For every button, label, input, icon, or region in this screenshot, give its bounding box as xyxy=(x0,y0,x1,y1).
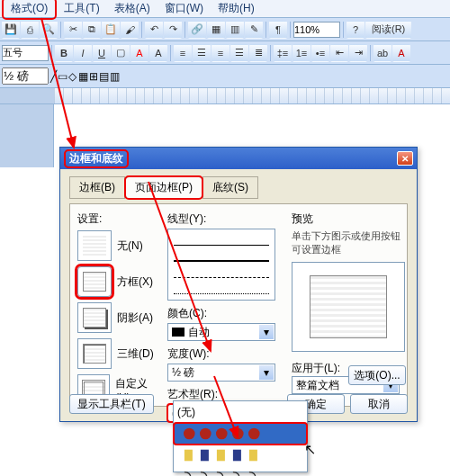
width-dropdown[interactable]: ½ 磅 ▾ xyxy=(167,364,275,382)
close-icon[interactable]: ✕ xyxy=(397,151,413,166)
align-right-icon[interactable]: ≡ xyxy=(212,44,230,62)
setting-box-label: 方框(X) xyxy=(117,274,153,290)
grid-icon[interactable]: ⊞ xyxy=(89,70,98,83)
border-icon[interactable]: ▢ xyxy=(112,44,130,62)
tab-page-border[interactable]: 页面边框(P) xyxy=(125,176,202,199)
rect-icon[interactable]: ▭ xyxy=(58,70,68,83)
cut-icon[interactable]: ✂ xyxy=(64,21,82,39)
doc-map-icon[interactable]: ¶ xyxy=(269,21,287,39)
show-toolbar-button[interactable]: 显示工具栏(T) xyxy=(69,394,154,414)
underline-icon[interactable]: U xyxy=(93,44,111,62)
tab-strip: 边框(B) 页面边框(P) 底纹(S) xyxy=(69,176,408,199)
chevron-down-icon: ▾ xyxy=(259,325,274,339)
svg-rect-8 xyxy=(233,450,241,462)
shapes-icon[interactable]: ◇ xyxy=(68,70,76,83)
font-color2-icon[interactable]: A xyxy=(392,44,410,62)
layout-icon[interactable]: ▥ xyxy=(110,70,120,83)
menu-tools[interactable]: 工具(T) xyxy=(57,0,106,18)
table-icon[interactable]: ▦ xyxy=(207,21,225,39)
borders-shading-dialog: 边框和底纹 ✕ 边框(B) 页面边框(P) 底纹(S) 设置: 无(N) 方框(… xyxy=(59,147,418,422)
settings-label: 设置: xyxy=(77,211,160,227)
svg-point-1 xyxy=(200,428,212,440)
copy-icon[interactable]: ⧉ xyxy=(83,21,101,39)
preview-icon[interactable]: 🔍 xyxy=(40,21,58,39)
art-option-figures[interactable] xyxy=(174,445,307,466)
save-icon[interactable]: 💾 xyxy=(2,21,20,39)
width-value: ½ 磅 xyxy=(172,365,194,381)
fill-icon[interactable]: ▦ xyxy=(78,70,88,83)
char-shading-icon[interactable]: A xyxy=(149,44,167,62)
art-dropdown-list[interactable]: (无) xyxy=(173,400,308,472)
hyperlink-icon[interactable]: 🔗 xyxy=(188,21,206,39)
numbering-icon[interactable]: 1≡ xyxy=(292,44,310,62)
svg-point-3 xyxy=(232,428,244,440)
line-icon[interactable]: ╱ xyxy=(50,70,57,83)
menu-window[interactable]: 窗口(W) xyxy=(158,0,211,18)
print-icon[interactable]: ⎙ xyxy=(21,21,39,39)
tab-borders[interactable]: 边框(B) xyxy=(69,176,125,199)
menu-bar: 格式(O) 工具(T) 表格(A) 窗口(W) 帮助(H) xyxy=(0,0,450,18)
svg-rect-7 xyxy=(217,450,225,462)
options-button[interactable]: 选项(O)... xyxy=(348,365,406,385)
decrease-indent-icon[interactable]: ⇤ xyxy=(330,44,348,62)
help-icon[interactable]: ? xyxy=(346,21,364,39)
art-option-hooks[interactable] xyxy=(174,466,307,476)
line-spacing-icon[interactable]: ‡≡ xyxy=(274,44,292,62)
bold-icon[interactable]: B xyxy=(55,44,73,62)
align-left-icon[interactable]: ≡ xyxy=(174,44,192,62)
svg-rect-9 xyxy=(249,450,257,462)
setting-none-label: 无(N) xyxy=(117,238,143,254)
color-value: 自动 xyxy=(188,325,210,340)
line-style-label: 线型(Y): xyxy=(167,211,283,227)
line-column: 线型(Y): 颜色(C): 自动 ▾ xyxy=(167,211,283,427)
menu-table[interactable]: 表格(A) xyxy=(107,0,158,18)
align-center-icon[interactable]: ☰ xyxy=(193,44,211,62)
tab-shading[interactable]: 底纹(S) xyxy=(202,176,258,199)
svg-rect-5 xyxy=(184,450,193,462)
line-style-list[interactable] xyxy=(167,229,275,301)
formatting-toolbar: B I U ▢ A A ≡ ☰ ≡ ☰ ≣ ‡≡ 1≡ •≡ ⇤ ⇥ ab A xyxy=(0,41,450,65)
align-justify-icon[interactable]: ☰ xyxy=(230,44,248,62)
columns-icon[interactable]: ▥ xyxy=(226,21,244,39)
bullets-icon[interactable]: •≡ xyxy=(311,44,329,62)
italic-icon[interactable]: I xyxy=(74,44,92,62)
format-painter-icon[interactable]: 🖌 xyxy=(121,21,139,39)
increase-indent-icon[interactable]: ⇥ xyxy=(349,44,367,62)
art-option-lanterns[interactable] xyxy=(174,423,307,445)
preview-box[interactable] xyxy=(292,262,405,352)
undo-icon[interactable]: ↶ xyxy=(145,21,163,39)
drawing-icon[interactable]: ✎ xyxy=(245,21,263,39)
setting-shadow-label: 阴影(A) xyxy=(117,310,153,326)
dialog-title: 边框和底纹 xyxy=(64,149,129,168)
setting-none[interactable]: 无(N) xyxy=(77,230,160,261)
highlight-icon[interactable]: ab xyxy=(374,44,392,62)
line-width-input[interactable] xyxy=(2,67,49,85)
setting-box[interactable]: 方框(X) xyxy=(77,266,160,297)
font-color-icon[interactable]: A xyxy=(130,44,148,62)
setting-3d[interactable]: 三维(D) xyxy=(77,338,160,369)
ruler xyxy=(0,88,450,104)
color-dropdown[interactable]: 自动 ▾ xyxy=(167,323,275,341)
standard-toolbar: 💾 ⎙ 🔍 ✂ ⧉ 📋 🖌 ↶ ↷ 🔗 ▦ ▥ ✎ ¶ ? 阅读(R) xyxy=(0,18,450,41)
cancel-button[interactable]: 取消 xyxy=(350,394,408,414)
svg-point-0 xyxy=(184,428,195,440)
chart-icon[interactable]: ▤ xyxy=(99,70,109,83)
svg-point-4 xyxy=(248,428,260,440)
applyto-value: 整篇文档 xyxy=(296,378,339,393)
width-label: 宽度(W): xyxy=(167,346,283,362)
zoom-input[interactable] xyxy=(293,22,340,38)
menu-format[interactable]: 格式(O) xyxy=(2,0,57,20)
art-option-none[interactable]: (无) xyxy=(174,401,307,423)
menu-help[interactable]: 帮助(H) xyxy=(211,0,262,18)
chevron-down-icon: ▾ xyxy=(259,365,274,380)
cursor-icon: ↖ xyxy=(304,441,316,458)
setting-shadow[interactable]: 阴影(A) xyxy=(77,302,160,333)
preview-hint: 单击下方图示或使用按钮可设置边框 xyxy=(292,229,409,256)
paste-icon[interactable]: 📋 xyxy=(102,21,120,39)
font-size-input[interactable] xyxy=(2,45,49,61)
color-label: 颜色(C): xyxy=(167,306,283,321)
distributed-icon[interactable]: ≣ xyxy=(249,44,267,62)
redo-icon[interactable]: ↷ xyxy=(164,21,182,39)
read-mode-button[interactable]: 阅读(R) xyxy=(365,21,411,39)
settings-column: 设置: 无(N) 方框(X) 阴影(A) 三维(D) xyxy=(77,211,160,410)
